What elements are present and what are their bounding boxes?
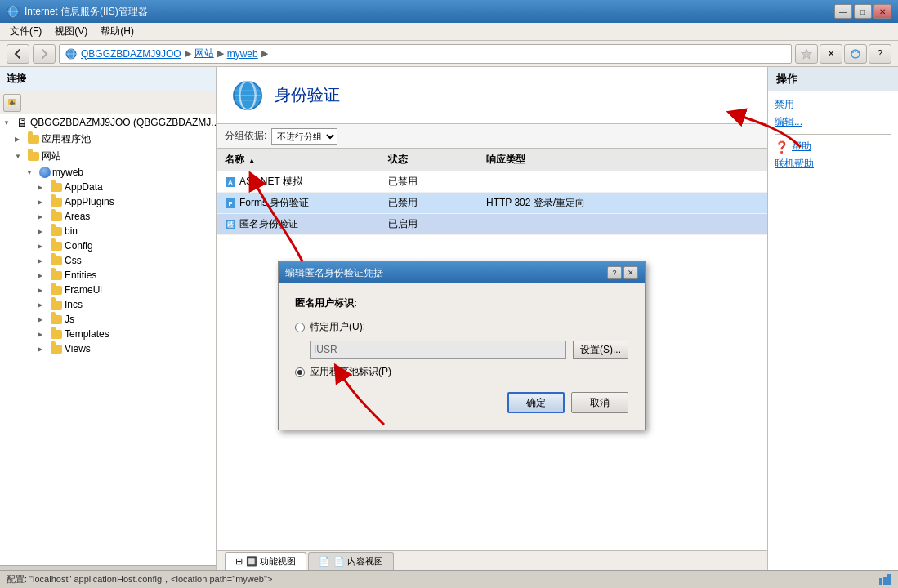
radio-apppool-identity[interactable] [295, 368, 305, 377]
tree-item-views[interactable]: ▶ Views [0, 341, 216, 356]
username-input[interactable] [310, 341, 566, 359]
tree-label-myweb: myweb [52, 167, 83, 178]
action-help[interactable]: 帮助 [792, 140, 811, 154]
tree-item-bin[interactable]: ▶ bin [0, 224, 216, 238]
expand-frameui: ▶ [38, 287, 51, 294]
menu-view[interactable]: 视图(V) [48, 23, 94, 40]
sidebar-add-button[interactable] [3, 94, 21, 112]
sidebar-scrollbar[interactable] [0, 565, 216, 570]
table-header: 名称 ▲ 状态 响应类型 [217, 149, 767, 172]
expand-bin: ▶ [38, 228, 51, 235]
action-edit[interactable]: 编辑... [775, 115, 891, 129]
refresh-button[interactable]: ✕ [820, 44, 842, 64]
dialog-title-controls[interactable]: ? ✕ [607, 266, 638, 279]
tree-item-config[interactable]: ▶ Config [0, 238, 216, 253]
expand-config: ▶ [38, 243, 51, 250]
tree-item-templates[interactable]: ▶ Templates [0, 327, 216, 341]
tree-item-appplugins[interactable]: ▶ AppPlugins [0, 194, 216, 209]
tree-label-appdata: AppData [65, 181, 103, 193]
tools-button[interactable] [844, 44, 867, 64]
close-button[interactable]: ✕ [873, 4, 891, 19]
menu-help[interactable]: 帮助(H) [94, 23, 141, 40]
window-title: Internet 信息服务(IIS)管理器 [25, 5, 148, 19]
tree-item-apppool[interactable]: ▶ 应用程序池 [0, 131, 216, 148]
tree-item-incs[interactable]: ▶ Incs [0, 297, 216, 312]
tree-item-areas[interactable]: ▶ Areas [0, 209, 216, 224]
table-row[interactable]: F Forms 身份验证 已禁用 HTTP 302 登录/重定向 [217, 193, 767, 214]
header-response[interactable]: 响应类型 [486, 153, 759, 167]
folder-icon-areas [51, 212, 62, 221]
table-row[interactable]: 匿 匿名身份验证 已启用 [217, 214, 767, 235]
folder-icon-config [51, 242, 62, 251]
expand-incs: ▶ [38, 301, 51, 309]
row-status-2: 已启用 [388, 217, 486, 231]
folder-icon-templates [51, 330, 62, 339]
tab-feature-view[interactable]: ⊞ 🔲 功能视图 [225, 552, 306, 570]
settings-button[interactable]: 设置(S)... [573, 341, 628, 359]
action-disable[interactable]: 禁用 [775, 98, 891, 112]
svg-point-10 [857, 51, 859, 53]
table-row[interactable]: A ASP.NET 模拟 已禁用 [217, 172, 767, 193]
ok-button[interactable]: 确定 [507, 392, 565, 413]
right-panel-divider [775, 134, 891, 135]
sidebar-tree: ▼ 🖥 QBGGZBDAZMJ9JOO (QBGGZBDAZMJ...) ▶ 应… [0, 114, 216, 565]
sidebar-header: 连接 [0, 67, 216, 91]
folder-icon-incs [51, 301, 62, 310]
folder-icon-entities [51, 271, 62, 280]
maximize-button[interactable]: □ [854, 4, 872, 19]
address-part2[interactable]: 网站 [194, 47, 214, 60]
auth-icon-2: 匿 [225, 219, 236, 230]
content-header-icon [233, 81, 262, 110]
dialog-radio-row-2: 应用程序池标识(P) [295, 365, 628, 379]
back-button[interactable] [7, 44, 29, 64]
expand-areas: ▶ [38, 213, 51, 220]
title-bar-left: Internet 信息服务(IIS)管理器 [7, 5, 148, 19]
tab-content-view[interactable]: 📄 📄 内容视图 [308, 552, 394, 570]
groupby-select[interactable]: 不进行分组 [271, 128, 337, 145]
header-status[interactable]: 状态 [388, 153, 486, 167]
folder-icon-sites [28, 152, 39, 161]
status-bar-right [878, 573, 891, 586]
menu-file[interactable]: 文件(F) [3, 23, 48, 40]
tree-item-myweb[interactable]: ▼ myweb [0, 165, 216, 180]
tree-label-js: Js [65, 314, 74, 325]
address-part1[interactable]: QBGGZBDAZMJ9JOO [81, 48, 181, 60]
header-name[interactable]: 名称 ▲ [225, 153, 388, 167]
svg-text:匿: 匿 [227, 221, 234, 229]
content-header: 身份验证 [217, 67, 767, 124]
tree-item-sites[interactable]: ▼ 网站 [0, 148, 216, 165]
expand-appplugins: ▶ [38, 198, 51, 206]
tree-label-css: Css [65, 255, 82, 266]
tree-item-frameui[interactable]: ▶ FrameUi [0, 283, 216, 297]
content-title: 身份验证 [275, 84, 340, 106]
radio-apppool-label: 应用程序池标识(P) [310, 365, 391, 379]
expand-templates: ▶ [38, 331, 51, 338]
tree-item-entities[interactable]: ▶ Entities [0, 268, 216, 283]
title-controls[interactable]: — □ ✕ [834, 4, 891, 19]
network-icon [878, 573, 891, 586]
svg-rect-28 [887, 574, 891, 585]
star-button[interactable] [795, 44, 818, 64]
toolbar: QBGGZBDAZMJ9JOO ▶ 网站 ▶ myweb ▶ ✕ ? [0, 41, 898, 67]
action-online-help[interactable]: 联机帮助 [775, 157, 891, 171]
folder-icon-appplugins [51, 198, 62, 207]
address-part3[interactable]: myweb [227, 48, 258, 60]
title-bar: Internet 信息服务(IIS)管理器 — □ ✕ [0, 0, 898, 23]
tree-item-js[interactable]: ▶ Js [0, 312, 216, 327]
tree-item-css[interactable]: ▶ Css [0, 253, 216, 268]
forward-button[interactable] [33, 44, 56, 64]
right-panel-section: 禁用 编辑... ❓ 帮助 联机帮助 [768, 91, 898, 180]
tree-item-root[interactable]: ▼ 🖥 QBGGZBDAZMJ9JOO (QBGGZBDAZMJ...) [0, 114, 216, 131]
dialog-close-button[interactable]: ✕ [623, 266, 638, 279]
tree-label-sites: 网站 [42, 149, 61, 163]
expand-appdata: ▶ [38, 184, 51, 191]
radio-specific-user[interactable] [295, 323, 305, 332]
app-icon [7, 5, 20, 18]
expand-views: ▶ [38, 345, 51, 353]
tree-item-appdata[interactable]: ▶ AppData [0, 180, 216, 194]
help-button[interactable]: ? [869, 44, 891, 64]
minimize-button[interactable]: — [834, 4, 852, 19]
dialog-help-button[interactable]: ? [607, 266, 622, 279]
cancel-button[interactable]: 取消 [571, 392, 628, 413]
address-icon [65, 47, 78, 60]
